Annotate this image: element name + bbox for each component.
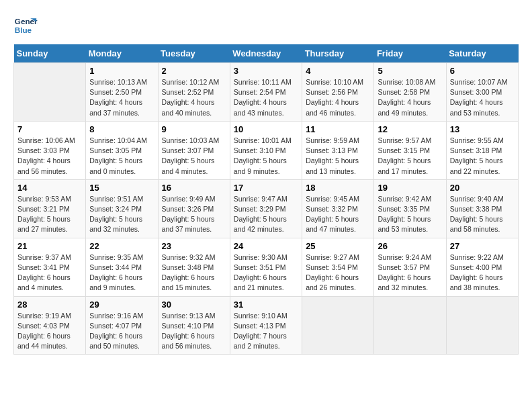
calendar-cell: 30Sunrise: 9:13 AM Sunset: 4:10 PM Dayli… bbox=[158, 296, 230, 355]
day-info: Sunrise: 9:24 AM Sunset: 3:57 PM Dayligh… bbox=[378, 253, 442, 293]
day-number: 13 bbox=[450, 124, 515, 134]
day-number: 14 bbox=[17, 183, 82, 193]
calendar-cell: 28Sunrise: 9:19 AM Sunset: 4:03 PM Dayli… bbox=[14, 296, 86, 355]
logo: General Blue bbox=[13, 13, 40, 38]
day-info: Sunrise: 10:10 AM Sunset: 2:56 PM Daylig… bbox=[306, 77, 370, 118]
calendar-cell: 4Sunrise: 10:10 AM Sunset: 2:56 PM Dayli… bbox=[302, 63, 374, 122]
calendar-cell: 7Sunrise: 10:06 AM Sunset: 3:03 PM Dayli… bbox=[14, 121, 86, 179]
day-header-wednesday: Wednesday bbox=[230, 44, 302, 63]
calendar-cell: 10Sunrise: 10:01 AM Sunset: 3:10 PM Dayl… bbox=[230, 121, 302, 179]
calendar-cell: 19Sunrise: 9:42 AM Sunset: 3:35 PM Dayli… bbox=[374, 179, 446, 238]
calendar-cell: 5Sunrise: 10:08 AM Sunset: 2:58 PM Dayli… bbox=[374, 63, 446, 122]
day-number: 8 bbox=[89, 124, 154, 134]
calendar-cell bbox=[302, 296, 374, 355]
day-info: Sunrise: 9:55 AM Sunset: 3:18 PM Dayligh… bbox=[450, 136, 515, 177]
svg-text:Blue: Blue bbox=[15, 26, 32, 34]
day-info: Sunrise: 9:13 AM Sunset: 4:10 PM Dayligh… bbox=[162, 311, 226, 352]
day-number: 29 bbox=[89, 300, 154, 310]
calendar-body: 1Sunrise: 10:13 AM Sunset: 2:50 PM Dayli… bbox=[14, 63, 519, 355]
day-header-thursday: Thursday bbox=[302, 44, 374, 63]
day-number: 11 bbox=[306, 124, 370, 134]
day-info: Sunrise: 9:57 AM Sunset: 3:15 PM Dayligh… bbox=[378, 136, 442, 177]
day-number: 6 bbox=[450, 66, 515, 76]
day-number: 27 bbox=[450, 241, 515, 251]
day-info: Sunrise: 9:27 AM Sunset: 3:54 PM Dayligh… bbox=[306, 253, 370, 293]
calendar-cell bbox=[374, 296, 446, 355]
day-number: 16 bbox=[162, 183, 226, 193]
calendar-cell: 24Sunrise: 9:30 AM Sunset: 3:51 PM Dayli… bbox=[230, 238, 302, 296]
day-info: Sunrise: 10:03 AM Sunset: 3:07 PM Daylig… bbox=[162, 136, 226, 177]
day-info: Sunrise: 9:53 AM Sunset: 3:21 PM Dayligh… bbox=[17, 194, 82, 235]
svg-text:General: General bbox=[15, 17, 38, 26]
calendar-cell: 27Sunrise: 9:22 AM Sunset: 4:00 PM Dayli… bbox=[446, 238, 518, 296]
day-header-saturday: Saturday bbox=[446, 44, 518, 63]
calendar-cell bbox=[446, 296, 518, 355]
day-info: Sunrise: 9:42 AM Sunset: 3:35 PM Dayligh… bbox=[378, 194, 442, 235]
calendar-cell: 16Sunrise: 9:49 AM Sunset: 3:26 PM Dayli… bbox=[158, 179, 230, 238]
day-info: Sunrise: 10:01 AM Sunset: 3:10 PM Daylig… bbox=[234, 136, 298, 177]
day-info: Sunrise: 9:19 AM Sunset: 4:03 PM Dayligh… bbox=[17, 311, 82, 352]
calendar-week-3: 14Sunrise: 9:53 AM Sunset: 3:21 PM Dayli… bbox=[14, 179, 519, 238]
day-number: 21 bbox=[17, 241, 82, 251]
day-info: Sunrise: 10:13 AM Sunset: 2:50 PM Daylig… bbox=[89, 77, 154, 118]
day-info: Sunrise: 9:22 AM Sunset: 4:00 PM Dayligh… bbox=[450, 253, 515, 293]
day-number: 15 bbox=[89, 183, 154, 193]
calendar-cell: 21Sunrise: 9:37 AM Sunset: 3:41 PM Dayli… bbox=[14, 238, 86, 296]
calendar-cell: 26Sunrise: 9:24 AM Sunset: 3:57 PM Dayli… bbox=[374, 238, 446, 296]
day-number: 23 bbox=[162, 241, 226, 251]
calendar-week-4: 21Sunrise: 9:37 AM Sunset: 3:41 PM Dayli… bbox=[14, 238, 519, 296]
calendar-cell: 2Sunrise: 10:12 AM Sunset: 2:52 PM Dayli… bbox=[158, 63, 230, 122]
day-number: 26 bbox=[378, 241, 442, 251]
day-header-friday: Friday bbox=[374, 44, 446, 63]
day-number: 3 bbox=[234, 66, 298, 76]
day-number: 18 bbox=[306, 183, 370, 193]
calendar-cell: 22Sunrise: 9:35 AM Sunset: 3:44 PM Dayli… bbox=[86, 238, 158, 296]
calendar-cell: 31Sunrise: 9:10 AM Sunset: 4:13 PM Dayli… bbox=[230, 296, 302, 355]
day-info: Sunrise: 9:37 AM Sunset: 3:41 PM Dayligh… bbox=[17, 253, 82, 293]
calendar-table: SundayMondayTuesdayWednesdayThursdayFrid… bbox=[13, 44, 519, 355]
day-number: 7 bbox=[17, 124, 82, 134]
day-info: Sunrise: 9:32 AM Sunset: 3:48 PM Dayligh… bbox=[162, 253, 226, 293]
day-number: 19 bbox=[378, 183, 442, 193]
day-info: Sunrise: 9:10 AM Sunset: 4:13 PM Dayligh… bbox=[234, 311, 298, 352]
day-info: Sunrise: 9:47 AM Sunset: 3:29 PM Dayligh… bbox=[234, 194, 298, 235]
calendar-cell: 15Sunrise: 9:51 AM Sunset: 3:24 PM Dayli… bbox=[86, 179, 158, 238]
calendar-cell: 12Sunrise: 9:57 AM Sunset: 3:15 PM Dayli… bbox=[374, 121, 446, 179]
day-header-monday: Monday bbox=[86, 44, 158, 63]
calendar-cell: 9Sunrise: 10:03 AM Sunset: 3:07 PM Dayli… bbox=[158, 121, 230, 179]
day-info: Sunrise: 10:06 AM Sunset: 3:03 PM Daylig… bbox=[17, 136, 82, 177]
day-number: 25 bbox=[306, 241, 370, 251]
calendar-cell: 1Sunrise: 10:13 AM Sunset: 2:50 PM Dayli… bbox=[86, 63, 158, 122]
day-info: Sunrise: 9:35 AM Sunset: 3:44 PM Dayligh… bbox=[89, 253, 154, 293]
day-number: 2 bbox=[162, 66, 226, 76]
calendar-cell: 11Sunrise: 9:59 AM Sunset: 3:13 PM Dayli… bbox=[302, 121, 374, 179]
day-number: 22 bbox=[89, 241, 154, 251]
calendar-cell: 25Sunrise: 9:27 AM Sunset: 3:54 PM Dayli… bbox=[302, 238, 374, 296]
calendar-header-row: SundayMondayTuesdayWednesdayThursdayFrid… bbox=[14, 44, 519, 63]
day-number: 9 bbox=[162, 124, 226, 134]
calendar-cell: 8Sunrise: 10:04 AM Sunset: 3:05 PM Dayli… bbox=[86, 121, 158, 179]
day-number: 4 bbox=[306, 66, 370, 76]
day-number: 5 bbox=[378, 66, 442, 76]
day-info: Sunrise: 9:30 AM Sunset: 3:51 PM Dayligh… bbox=[234, 253, 298, 293]
day-info: Sunrise: 10:11 AM Sunset: 2:54 PM Daylig… bbox=[234, 77, 298, 118]
day-number: 28 bbox=[17, 300, 82, 310]
day-number: 12 bbox=[378, 124, 442, 134]
calendar-week-2: 7Sunrise: 10:06 AM Sunset: 3:03 PM Dayli… bbox=[14, 121, 519, 179]
calendar-week-5: 28Sunrise: 9:19 AM Sunset: 4:03 PM Dayli… bbox=[14, 296, 519, 355]
day-number: 20 bbox=[450, 183, 515, 193]
day-number: 30 bbox=[162, 300, 226, 310]
calendar-cell: 13Sunrise: 9:55 AM Sunset: 3:18 PM Dayli… bbox=[446, 121, 518, 179]
day-number: 17 bbox=[234, 183, 298, 193]
day-number: 1 bbox=[89, 66, 154, 76]
calendar-cell: 18Sunrise: 9:45 AM Sunset: 3:32 PM Dayli… bbox=[302, 179, 374, 238]
calendar-cell: 6Sunrise: 10:07 AM Sunset: 3:00 PM Dayli… bbox=[446, 63, 518, 122]
day-info: Sunrise: 9:45 AM Sunset: 3:32 PM Dayligh… bbox=[306, 194, 370, 235]
day-info: Sunrise: 9:16 AM Sunset: 4:07 PM Dayligh… bbox=[89, 311, 154, 352]
day-info: Sunrise: 9:59 AM Sunset: 3:13 PM Dayligh… bbox=[306, 136, 370, 177]
calendar-cell: 20Sunrise: 9:40 AM Sunset: 3:38 PM Dayli… bbox=[446, 179, 518, 238]
day-info: Sunrise: 9:40 AM Sunset: 3:38 PM Dayligh… bbox=[450, 194, 515, 235]
calendar-cell: 23Sunrise: 9:32 AM Sunset: 3:48 PM Dayli… bbox=[158, 238, 230, 296]
calendar-cell: 14Sunrise: 9:53 AM Sunset: 3:21 PM Dayli… bbox=[14, 179, 86, 238]
calendar-cell: 29Sunrise: 9:16 AM Sunset: 4:07 PM Dayli… bbox=[86, 296, 158, 355]
